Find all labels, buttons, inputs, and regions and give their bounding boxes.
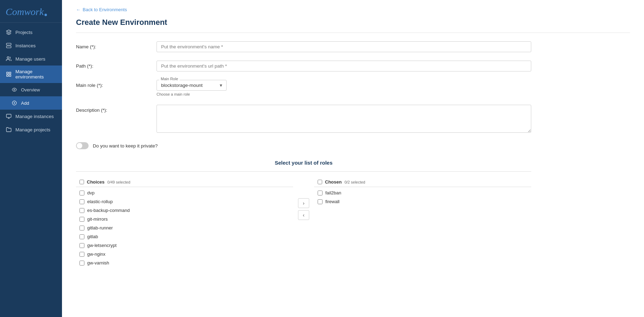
role-checkbox-git-mirrors[interactable]: [79, 217, 84, 222]
role-name: es-backup-command: [87, 208, 130, 213]
page-title: Create New Environment: [76, 18, 630, 33]
monitor-icon: [6, 113, 12, 119]
sidebar-item-instances[interactable]: Instances: [0, 39, 62, 52]
path-row: Path (*):: [76, 61, 531, 71]
role-name: dvp: [87, 190, 95, 195]
list-item: elastic-rollup: [76, 197, 293, 206]
eye-icon: [11, 87, 18, 93]
chosen-select-all[interactable]: [318, 180, 322, 184]
role-name: gitlab-runner: [87, 225, 113, 230]
path-input[interactable]: [157, 61, 531, 71]
plus-circle-icon: [11, 100, 18, 106]
description-control: [157, 105, 531, 134]
sidebar-item-manage-users[interactable]: Manage users: [0, 52, 62, 66]
sidebar-item-overview[interactable]: Overview: [0, 83, 62, 96]
roles-title: Select your list of roles: [76, 160, 531, 166]
breadcrumb-arrow: ←: [76, 7, 81, 12]
list-item: gitlab: [76, 232, 293, 241]
list-item: gw-letsencrypt: [76, 241, 293, 250]
name-input[interactable]: [157, 41, 531, 52]
role-checkbox-fail2ban[interactable]: [318, 191, 323, 195]
list-item: git-mirrors: [76, 215, 293, 223]
chosen-column: Chosen 0/2 selected fail2ban firewall: [314, 177, 531, 206]
role-checkbox-dvp[interactable]: [79, 191, 84, 195]
private-label: Do you want to keep it private?: [93, 143, 158, 149]
name-label: Name (*):: [76, 41, 146, 49]
choices-column: Choices 0/49 selected dvp elastic-rollup: [76, 177, 293, 267]
server-icon: [6, 42, 12, 49]
sidebar-item-label: Manage environments: [15, 69, 56, 80]
chosen-list: fail2ban firewall: [314, 187, 531, 206]
create-environment-form: Name (*): Path (*): Main role (*):: [76, 41, 531, 267]
role-checkbox-gw-varnish[interactable]: [79, 261, 84, 266]
private-toggle[interactable]: [76, 142, 89, 149]
svg-rect-1: [6, 43, 11, 45]
svg-rect-2: [6, 46, 11, 48]
path-control: [157, 61, 531, 71]
sidebar: Comwork Projects Instances Manage users: [0, 0, 62, 317]
chosen-header: Chosen 0/2 selected: [314, 177, 531, 187]
sidebar-item-projects[interactable]: Projects: [0, 26, 62, 39]
description-input[interactable]: [157, 105, 531, 133]
choices-label: Choices: [87, 179, 105, 185]
svg-rect-14: [6, 114, 11, 117]
main-content: ← Back to Environments Create New Enviro…: [62, 0, 644, 317]
roles-container: Choices 0/49 selected dvp elastic-rollup: [76, 171, 531, 267]
breadcrumb-label: Back to Environments: [83, 7, 127, 12]
logo-area: Comwork: [0, 0, 62, 23]
logo: Comwork: [6, 6, 56, 18]
path-label: Path (*):: [76, 61, 146, 69]
sidebar-item-label: Add: [21, 101, 29, 106]
transfer-right-button[interactable]: ›: [298, 198, 309, 208]
layers-icon: [6, 29, 12, 35]
sidebar-nav: Projects Instances Manage users Manage e…: [0, 23, 62, 317]
svg-point-10: [14, 89, 15, 90]
chosen-count: 0/2 selected: [345, 180, 365, 184]
role-checkbox-gw-nginx[interactable]: [79, 252, 84, 257]
sidebar-item-manage-environments[interactable]: Manage environments: [0, 66, 62, 83]
list-item: fail2ban: [314, 188, 531, 197]
svg-rect-6: [7, 72, 8, 74]
sidebar-item-label: Projects: [15, 30, 33, 35]
svg-rect-9: [9, 75, 11, 76]
role-checkbox-es-backup-command[interactable]: [79, 208, 84, 213]
description-row: Description (*):: [76, 105, 531, 134]
list-item: gw-varnish: [76, 259, 293, 267]
choices-header: Choices 0/49 selected: [76, 177, 293, 187]
sidebar-item-manage-instances[interactable]: Manage instances: [0, 110, 62, 123]
private-row: Do you want to keep it private?: [76, 142, 531, 149]
main-role-float-label: Main Role: [159, 77, 180, 81]
folder-icon: [6, 126, 12, 133]
role-checkbox-gitlab-runner[interactable]: [79, 226, 84, 230]
role-name: fail2ban: [325, 190, 341, 195]
breadcrumb[interactable]: ← Back to Environments: [76, 7, 630, 12]
sidebar-item-manage-projects[interactable]: Manage projects: [0, 123, 62, 136]
users-icon: [6, 56, 12, 62]
role-checkbox-gw-letsencrypt[interactable]: [79, 243, 84, 248]
chosen-label: Chosen: [325, 179, 342, 185]
sidebar-item-label: Overview: [21, 87, 40, 92]
svg-point-5: [7, 57, 9, 58]
list-item: firewall: [314, 197, 531, 206]
sidebar-item-label: Manage projects: [15, 127, 50, 132]
role-name: gw-letsencrypt: [87, 243, 117, 248]
choices-count: 0/49 selected: [108, 180, 130, 184]
role-name: gw-nginx: [87, 251, 105, 257]
grid-icon: [6, 71, 12, 77]
main-role-select[interactable]: blockstorage-mount dvp elastic-rollup es…: [157, 80, 227, 91]
transfer-left-button[interactable]: ‹: [298, 210, 309, 220]
role-checkbox-gitlab[interactable]: [79, 234, 84, 239]
list-item: es-backup-command: [76, 206, 293, 215]
content-area: ← Back to Environments Create New Enviro…: [62, 0, 644, 317]
role-checkbox-firewall[interactable]: [318, 199, 323, 204]
name-row: Name (*):: [76, 41, 531, 52]
role-name: gw-varnish: [87, 260, 109, 266]
role-checkbox-elastic-rollup[interactable]: [79, 199, 84, 204]
transfer-buttons: › ‹: [293, 177, 314, 220]
choices-select-all[interactable]: [79, 180, 84, 184]
main-role-row: Main role (*): Main Role blockstorage-mo…: [76, 80, 531, 96]
sidebar-item-add[interactable]: Add: [0, 96, 62, 110]
roles-section: Select your list of roles Choices 0/49 s…: [76, 160, 531, 267]
sidebar-item-label: Manage instances: [15, 114, 54, 119]
main-role-label: Main role (*):: [76, 80, 146, 88]
